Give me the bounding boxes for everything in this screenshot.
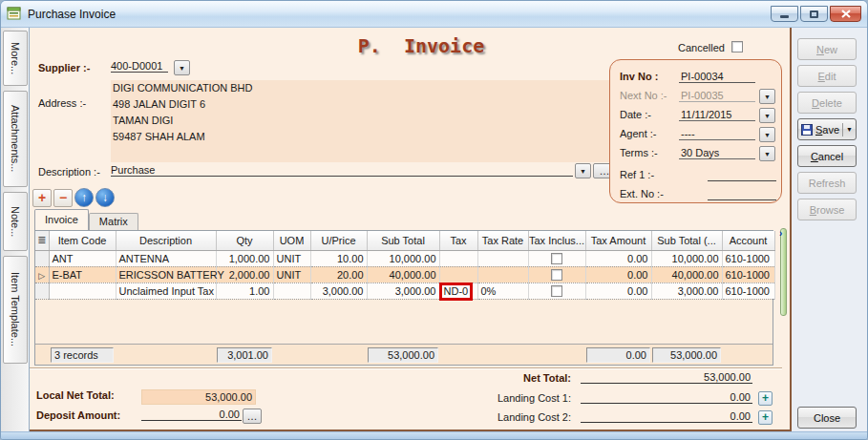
cell-tax-rate[interactable]: 0% [477,283,528,299]
col-account[interactable]: Account [722,231,774,250]
cell-tax-highlighted[interactable]: ND-0 [439,283,477,299]
supplier-dropdown-button[interactable]: ▼ [174,60,190,75]
grid-row-selected[interactable]: ▷ E-BAT ERICSSON BATTERY 2,000.00 UNIT 2… [35,266,774,283]
next-no-dropdown-button[interactable]: ▼ [759,89,775,104]
add-row-button[interactable]: + [32,189,52,207]
cell-tax-amount[interactable]: 0.00 [585,250,651,266]
sidebar-tab-note[interactable]: Note... [3,192,28,251]
restore-button[interactable] [800,6,828,22]
grid-row[interactable]: Unclaimed Input Tax 1.00 3,000.00 3,000.… [35,283,774,299]
landing-cost-1-field[interactable]: 0.00 [581,391,752,404]
cell-description[interactable]: Unclaimed Input Tax [116,283,216,299]
grid-row[interactable]: ANT ANTENNA 1,000.00 UNIT 10.00 10,000.0… [35,250,774,266]
minimize-button[interactable] [771,6,798,22]
cell-tax[interactable] [439,250,477,266]
description-dropdown-button[interactable]: ▼ [575,163,591,178]
ref1-field[interactable] [708,168,776,181]
cell-uprice[interactable]: 10.00 [310,250,367,266]
browse-button[interactable]: Browse [797,199,857,220]
cell-tax-rate[interactable] [477,250,528,266]
panel-splitter[interactable]: › [780,228,787,316]
col-tax-amount[interactable]: Tax Amount [585,231,651,250]
cell-qty[interactable]: 1,000.00 [216,250,273,266]
deposit-ellipsis-button[interactable]: … [243,409,262,424]
chevron-down-icon: ▼ [580,168,586,175]
cell-uom[interactable] [273,283,310,299]
sidebar-tab-item-template[interactable]: Item Template... [3,256,28,364]
cell-sub-total[interactable]: 40,000.00 [367,266,439,283]
new-button[interactable]: New [797,38,857,60]
cell-item-code[interactable]: ANT [49,250,116,266]
net-total-label: Net Total: [412,372,571,384]
edit-button[interactable]: Edit [797,65,857,87]
col-tax-rate[interactable]: Tax Rate [477,231,528,250]
landing-cost-2-field[interactable]: 0.00 [581,410,752,423]
deposit-amount-field[interactable]: 0.00 [141,409,242,421]
landing-cost-1-add-button[interactable]: + [758,391,773,406]
cell-uom[interactable]: UNIT [273,250,310,266]
cell-item-code[interactable]: E-BAT [49,266,116,283]
cell-description[interactable]: ERICSSON BATTERY [116,266,216,283]
cell-qty[interactable]: 2,000.00 [216,266,273,283]
col-tax-inclusive[interactable]: Tax Inclus... [528,231,585,250]
cell-tax-amount[interactable]: 0.00 [585,283,651,299]
cell-tax[interactable] [439,266,477,283]
sidebar-tab-attachments[interactable]: Attachments... [3,91,28,187]
date-field[interactable]: 11/11/2015 [679,109,755,121]
cell-sub-total-2[interactable]: 10,000.00 [651,250,722,266]
address-block[interactable]: DIGI COMMUNICATION BHD 498 JALAN DIGIT 6… [111,80,626,162]
grid-menu-icon[interactable]: ≣ [37,234,46,245]
cell-account[interactable]: 610-1000 [722,266,774,283]
cell-qty[interactable]: 1.00 [216,283,273,299]
cell-sub-total[interactable]: 3,000.00 [367,283,439,299]
landing-cost-2-add-button[interactable]: + [758,410,773,425]
supplier-combobox[interactable]: 400-D0001 [111,60,168,73]
refresh-button[interactable]: Refresh [797,172,857,194]
col-item-code[interactable]: Item Code [49,231,116,250]
col-sub-total[interactable]: Sub Total [367,231,439,250]
cancel-button[interactable]: Cancel [797,145,857,167]
tax-code-red-highlight[interactable]: ND-0 [439,283,474,301]
cell-uprice[interactable]: 20.00 [310,266,367,283]
move-down-button[interactable]: ↓ [95,188,115,207]
remove-row-button[interactable]: − [53,189,73,207]
tax-inclusive-checkbox[interactable] [551,253,562,264]
description-field[interactable]: Purchase [111,164,573,177]
cancelled-checkbox[interactable] [731,41,743,52]
cell-sub-total-2[interactable]: 3,000.00 [651,283,722,299]
col-qty[interactable]: Qty [216,231,273,250]
tax-inclusive-checkbox[interactable] [551,285,562,297]
cell-description[interactable]: ANTENNA [116,250,216,266]
cell-tax-rate[interactable] [477,266,528,283]
col-uprice[interactable]: U/Price [310,231,367,250]
save-button[interactable]: Save ▼ [797,118,857,140]
cell-uom[interactable]: UNIT [273,266,310,283]
sidebar-tab-more[interactable]: More... [3,31,28,86]
col-uom[interactable]: UOM [273,231,310,250]
close-button[interactable]: Close [797,407,857,429]
col-sub-total-2[interactable]: Sub Total (... [651,231,722,250]
cell-sub-total-2[interactable]: 40,000.00 [651,266,722,283]
agent-dropdown-button[interactable]: ▼ [759,127,775,142]
col-tax[interactable]: Tax [439,231,477,250]
cell-uprice[interactable]: 3,000.00 [310,283,367,299]
cell-item-code[interactable] [49,283,116,299]
cell-account[interactable]: 610-1000 [722,283,774,299]
agent-combobox[interactable]: ---- [679,128,755,140]
tab-invoice[interactable]: Invoice [34,209,89,230]
next-no-combobox[interactable]: PI-00035 [679,90,755,102]
cell-sub-total[interactable]: 10,000.00 [367,250,439,266]
delete-button[interactable]: Delete [797,92,857,114]
minus-icon: − [59,190,67,205]
cell-account[interactable]: 610-1000 [722,250,774,266]
ext-no-field[interactable] [708,187,776,200]
col-description[interactable]: Description [116,231,216,250]
tab-matrix[interactable]: Matrix [89,213,138,230]
cell-tax-amount[interactable]: 0.00 [585,266,651,283]
move-up-button[interactable]: ↑ [74,188,94,207]
date-dropdown-button[interactable]: ▼ [759,108,775,123]
terms-dropdown-button[interactable]: ▼ [759,146,775,161]
close-window-button[interactable] [830,6,861,22]
tax-inclusive-checkbox[interactable] [551,269,562,281]
terms-combobox[interactable]: 30 Days [679,147,755,159]
